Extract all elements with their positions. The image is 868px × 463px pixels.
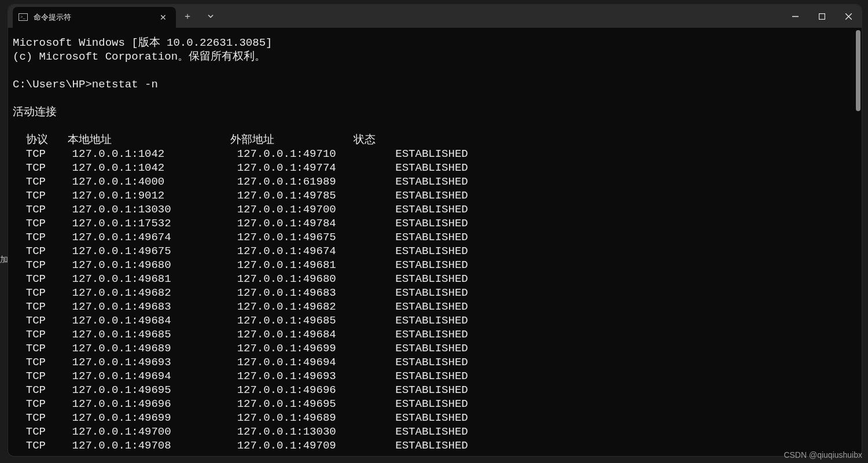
scrollbar-thumb[interactable] [856,30,860,111]
minimize-button[interactable] [782,5,808,28]
maximize-button[interactable] [808,5,835,28]
terminal-window: >_ 命令提示符 ✕ ＋ Microsoft Windows [版本 10.0.… [8,5,862,456]
svg-text:>_: >_ [20,14,26,20]
tab-close-button[interactable]: ✕ [157,11,169,24]
tab-title: 命令提示符 [34,12,152,23]
cmd-icon: >_ [19,13,28,22]
window-controls [782,5,862,28]
tab-command-prompt[interactable]: >_ 命令提示符 ✕ [13,7,176,28]
background-text: 加 [0,255,8,265]
titlebar[interactable]: >_ 命令提示符 ✕ ＋ [8,5,862,28]
new-tab-button[interactable]: ＋ [176,5,199,28]
svg-rect-3 [819,13,825,19]
watermark: CSDN @qiuqiushuibx [784,450,862,460]
terminal-output[interactable]: Microsoft Windows [版本 10.0.22631.3085] (… [8,28,862,456]
tab-dropdown-button[interactable] [199,5,222,28]
close-button[interactable] [835,5,862,28]
